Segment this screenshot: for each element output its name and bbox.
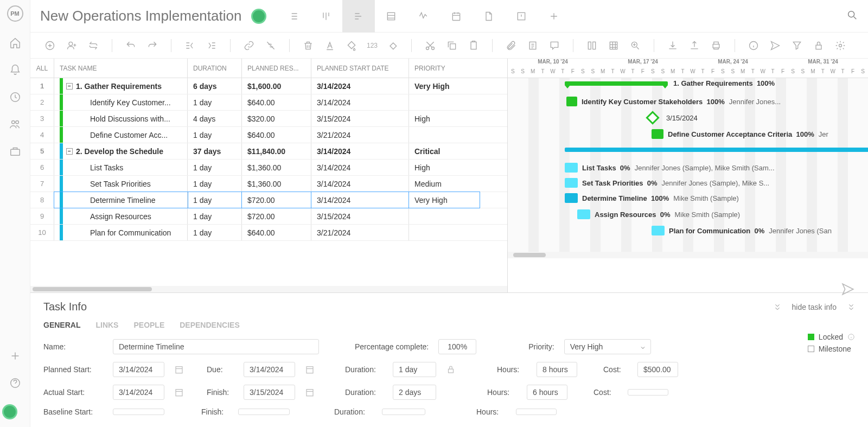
copy-button[interactable]	[445, 39, 458, 52]
col-priority[interactable]: PRIORITY	[409, 59, 480, 78]
gantt-bar[interactable]: 1. Gather Requirements 100%	[565, 81, 668, 86]
print-button[interactable]	[710, 39, 723, 52]
briefcase-icon[interactable]	[9, 145, 21, 157]
unlink-button[interactable]	[264, 39, 277, 52]
col-all[interactable]: ALL	[30, 59, 54, 78]
assign-button[interactable]	[65, 39, 78, 52]
redo-button[interactable]	[146, 39, 159, 52]
grid-button[interactable]	[607, 39, 620, 52]
fill-color-button[interactable]	[345, 39, 358, 52]
settings-button[interactable]	[834, 39, 847, 52]
cost-field[interactable]: $500.00	[637, 362, 678, 377]
calendar-icon[interactable]	[174, 365, 184, 374]
table-row[interactable]: 1 −1. Gather Requirements 6 days $1,600.…	[30, 78, 507, 94]
table-row[interactable]: 6 List Tasks 1 day $1,360.00 3/14/2024 H…	[30, 160, 507, 176]
gantt-bar[interactable]: Determine Timeline 100%Mike Smith (Sampl…	[565, 193, 578, 203]
table-row[interactable]: 2 Identify Key Customer... 1 day $640.00…	[30, 94, 507, 111]
pm-logo[interactable]: PM	[7, 5, 23, 22]
gantt-bar[interactable]	[565, 148, 868, 152]
link-button[interactable]	[242, 39, 256, 52]
actual-start-field[interactable]: 3/14/2024	[113, 385, 164, 400]
bell-icon[interactable]	[9, 64, 21, 76]
risk-view-tab[interactable]	[505, 0, 538, 33]
col-start[interactable]: PLANNED START DATE	[311, 59, 409, 78]
board-view-tab[interactable]	[310, 0, 342, 33]
tab-dependencies[interactable]: DEPENDENCIES	[180, 321, 239, 329]
team-icon[interactable]	[9, 118, 21, 130]
add-task-button[interactable]	[43, 39, 56, 52]
file-view-tab[interactable]	[473, 0, 505, 33]
pct-field[interactable]: 100%	[438, 339, 476, 354]
expander-icon[interactable]: −	[66, 148, 73, 155]
gantt-bar[interactable]: Define Customer Acceptance Criteria 100%…	[652, 129, 663, 139]
gantt-bar[interactable]: Set Task Priorities 0%Jennifer Jones (Sa…	[565, 178, 578, 188]
paste-button[interactable]	[467, 39, 480, 52]
col-name[interactable]: TASK NAME	[54, 59, 188, 78]
tab-people[interactable]: PEOPLE	[133, 321, 164, 329]
note-button[interactable]	[526, 39, 539, 52]
comment-button[interactable]	[548, 39, 561, 52]
cut-button[interactable]	[424, 39, 437, 52]
table-row[interactable]: 7 Set Task Priorities 1 day $1,360.00 3/…	[30, 176, 507, 192]
gantt-bar[interactable]: 3/15/2024	[648, 113, 698, 123]
grid-scrollbar[interactable]	[30, 286, 507, 292]
gantt-scrollbar[interactable]	[508, 252, 868, 258]
gantt-bar[interactable]: Identify Key Customer Stakeholders 100%J…	[566, 97, 577, 106]
calendar-icon[interactable]	[305, 387, 315, 397]
tab-links[interactable]: LINKS	[95, 321, 118, 329]
table-row[interactable]: 5 −2. Develop the Schedule 37 days $11,8…	[30, 143, 507, 160]
calendar-icon[interactable]	[305, 365, 315, 374]
import-button[interactable]	[666, 39, 679, 52]
priority-select[interactable]: Very High	[564, 339, 651, 354]
finish-field[interactable]: 3/15/2024	[244, 385, 295, 400]
indent-button[interactable]	[205, 39, 218, 52]
sheet-view-tab[interactable]	[375, 0, 407, 33]
list-view-tab[interactable]	[277, 0, 310, 33]
gantt-bar[interactable]: Plan for Communication 0%Jennifer Jones …	[652, 226, 665, 235]
gantt-bar[interactable]: List Tasks 0%Jennifer Jones (Sample), Mi…	[565, 163, 578, 173]
plus-icon[interactable]	[9, 350, 21, 362]
table-row[interactable]: 8 Determine Timeline 1 day $720.00 3/14/…	[30, 192, 507, 208]
home-icon[interactable]	[9, 37, 21, 49]
hide-task-info-button[interactable]: hide task info	[774, 303, 856, 311]
hours3-field[interactable]	[516, 409, 557, 415]
text-color-button[interactable]	[323, 39, 336, 52]
finish3-field[interactable]	[238, 409, 290, 415]
project-avatar-icon[interactable]	[251, 9, 266, 24]
hours2-field[interactable]: 6 hours	[527, 385, 567, 400]
duration3-field[interactable]	[382, 409, 425, 415]
col-duration[interactable]: DURATION	[188, 59, 242, 78]
info-button[interactable]	[747, 39, 760, 52]
expander-icon[interactable]: −	[66, 83, 73, 90]
hours-field[interactable]: 8 hours	[537, 362, 577, 377]
table-row[interactable]: 10 Plan for Communication 1 day $640.00 …	[30, 225, 507, 241]
planned-start-field[interactable]: 3/14/2024	[113, 362, 164, 377]
table-row[interactable]: 4 Define Customer Acc... 1 day $640.00 3…	[30, 127, 507, 143]
filter-button[interactable]	[790, 39, 803, 52]
status-view-tab[interactable]	[407, 0, 440, 33]
duration-field[interactable]: 1 day	[393, 362, 436, 377]
tab-general[interactable]: GENERAL	[43, 321, 80, 329]
baseline-start-field[interactable]	[113, 409, 164, 415]
help-icon[interactable]	[9, 377, 21, 389]
attach-button[interactable]	[505, 39, 518, 52]
name-field[interactable]: Determine Timeline	[113, 339, 319, 354]
due-field[interactable]: 3/14/2024	[244, 362, 295, 377]
outdent-button[interactable]	[183, 39, 196, 52]
send-plane-icon[interactable]	[841, 282, 855, 298]
gantt-bar[interactable]: Assign Resources 0%Mike Smith (Sample)	[577, 209, 590, 219]
gantt-view-tab[interactable]	[342, 0, 375, 33]
duration2-field[interactable]: 2 days	[393, 385, 436, 400]
user-avatar-icon[interactable]	[2, 404, 17, 419]
table-row[interactable]: 9 Assign Resources 1 day $720.00 3/15/20…	[30, 208, 507, 225]
undo-button[interactable]	[124, 39, 137, 52]
search-icon[interactable]	[846, 9, 858, 23]
zoom-button[interactable]	[629, 39, 642, 52]
lock-button[interactable]	[812, 39, 825, 52]
col-resources[interactable]: PLANNED RES...	[242, 59, 311, 78]
calendar-view-tab[interactable]	[440, 0, 473, 33]
sync-button[interactable]	[87, 39, 100, 52]
milestone-button[interactable]	[386, 39, 399, 52]
add-view-tab[interactable]	[538, 0, 570, 33]
delete-button[interactable]	[302, 39, 315, 52]
